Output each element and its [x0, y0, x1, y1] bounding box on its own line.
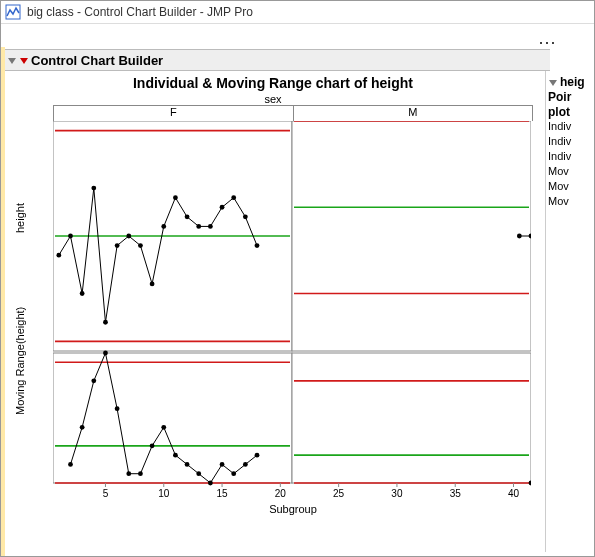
facet-header-M: M	[294, 105, 534, 121]
svg-marker-135	[549, 80, 557, 86]
svg-point-74	[173, 453, 178, 458]
side-row[interactable]: Mov	[548, 194, 592, 209]
side-row[interactable]: Indiv	[548, 149, 592, 164]
section-title: Control Chart Builder	[31, 53, 163, 68]
svg-point-10	[91, 186, 96, 191]
svg-point-78	[220, 462, 225, 467]
svg-point-81	[255, 453, 260, 458]
svg-point-65	[68, 462, 73, 467]
svg-text:10: 10	[158, 488, 170, 499]
side-sub1: Poir	[548, 91, 592, 104]
svg-text:15: 15	[216, 488, 228, 499]
svg-point-68	[103, 351, 108, 356]
hotspot-icon[interactable]	[19, 55, 29, 65]
side-disclosure-icon[interactable]	[548, 77, 558, 87]
side-sub2: plot	[548, 106, 592, 119]
side-row[interactable]: Mov	[548, 179, 592, 194]
svg-point-11	[103, 320, 108, 325]
svg-point-67	[91, 378, 96, 383]
svg-text:35: 35	[450, 488, 462, 499]
svg-text:5: 5	[103, 488, 109, 499]
svg-text:40: 40	[508, 488, 520, 499]
svg-point-21	[220, 205, 225, 210]
svg-rect-35	[292, 121, 531, 351]
svg-point-8	[68, 234, 73, 239]
control-chart-svg[interactable]: 505560657002.557.51012.5510152025303540	[53, 121, 531, 501]
side-row[interactable]: Mov	[548, 164, 592, 179]
svg-point-22	[231, 195, 236, 200]
outline-header[interactable]: Control Chart Builder	[5, 49, 550, 71]
svg-point-23	[243, 214, 248, 219]
svg-point-9	[80, 291, 85, 296]
facet-var-label: sex	[5, 93, 541, 105]
svg-point-19	[196, 224, 201, 229]
svg-point-79	[231, 471, 236, 476]
svg-point-80	[243, 462, 248, 467]
svg-point-39	[517, 234, 522, 239]
facet-header-F: F	[53, 105, 294, 121]
y-axis-label-top: height	[14, 219, 26, 233]
svg-point-69	[115, 406, 120, 411]
svg-point-12	[115, 243, 120, 248]
svg-text:25: 25	[333, 488, 345, 499]
window-title: big class - Control Chart Builder - JMP …	[27, 5, 253, 19]
svg-point-71	[138, 471, 143, 476]
svg-rect-94	[292, 353, 531, 483]
side-row[interactable]: Indiv	[548, 134, 592, 149]
svg-point-13	[126, 234, 131, 239]
svg-point-17	[173, 195, 178, 200]
app-icon	[5, 4, 21, 20]
svg-marker-2	[20, 58, 28, 64]
svg-point-18	[185, 214, 190, 219]
x-axis-label: Subgroup	[53, 503, 533, 515]
svg-text:30: 30	[391, 488, 403, 499]
facet-headers: F M	[53, 105, 533, 121]
svg-point-16	[161, 224, 166, 229]
plot-area[interactable]: F M height Moving Range(height) 50556065…	[53, 105, 533, 515]
titlebar[interactable]: big class - Control Chart Builder - JMP …	[1, 1, 594, 24]
svg-point-7	[56, 253, 61, 258]
svg-point-72	[150, 443, 155, 448]
svg-point-20	[208, 224, 213, 229]
svg-point-75	[185, 462, 190, 467]
svg-marker-1	[8, 58, 16, 64]
svg-text:20: 20	[275, 488, 287, 499]
side-header: heig	[560, 75, 585, 89]
chart-title: Individual & Moving Range chart of heigh…	[5, 71, 541, 93]
y-axis-label-bottom: Moving Range(height)	[14, 401, 26, 415]
svg-point-70	[126, 471, 131, 476]
app-window: big class - Control Chart Builder - JMP …	[0, 0, 595, 557]
chart-panel: Individual & Moving Range chart of heigh…	[5, 71, 541, 552]
svg-rect-61	[53, 353, 292, 483]
svg-point-76	[196, 471, 201, 476]
svg-point-24	[255, 243, 260, 248]
disclosure-icon[interactable]	[7, 55, 17, 65]
svg-point-73	[161, 425, 166, 430]
svg-point-15	[150, 282, 155, 287]
side-row[interactable]: Indiv	[548, 119, 592, 134]
svg-point-14	[138, 243, 143, 248]
side-panel: heig Poir plot IndivIndivIndivMovMovMov	[545, 71, 594, 552]
svg-point-77	[208, 481, 213, 486]
svg-point-66	[80, 425, 85, 430]
